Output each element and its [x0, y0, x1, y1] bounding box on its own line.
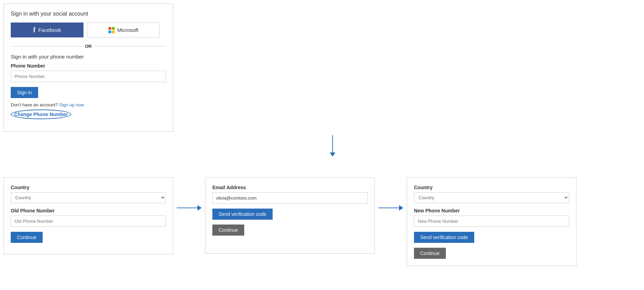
- phone-number-label: Phone Number: [11, 63, 166, 69]
- continue-button-2[interactable]: Continue: [212, 225, 244, 236]
- change-phone-card: Country Country Old Phone Number Continu…: [3, 177, 173, 254]
- facebook-label: Facebook: [38, 27, 61, 33]
- divider-line-right: [95, 46, 166, 46]
- email-label: Email Address: [212, 185, 368, 190]
- country-label-2: Country: [414, 185, 569, 190]
- arrow-line-h-2: [378, 208, 399, 208]
- change-phone-link[interactable]: Change Phone Number: [11, 109, 71, 119]
- old-phone-input[interactable]: [11, 216, 166, 227]
- signup-text: Don't have an account? Sign up now: [11, 102, 166, 107]
- facebook-button[interactable]: f Facebook: [11, 23, 83, 37]
- continue-button-1[interactable]: Continue: [11, 232, 43, 243]
- microsoft-button[interactable]: Microsoft: [87, 23, 160, 37]
- email-input[interactable]: [212, 192, 368, 204]
- or-divider: OR: [11, 44, 166, 49]
- old-phone-label: Old Phone Number: [11, 208, 166, 213]
- signin-title: Sign in with your social account: [11, 11, 166, 17]
- arrow-line-vertical: [332, 135, 333, 152]
- bottom-row: Country Country Old Phone Number Continu…: [3, 177, 641, 266]
- phone-number-input[interactable]: [11, 71, 166, 82]
- signin-card: Sign in with your social account f Faceb…: [3, 3, 173, 132]
- phone-section-label: Sign in with your phone number: [11, 54, 166, 60]
- arrow-right-1: [173, 177, 205, 211]
- arrow-head-right-1: [197, 205, 202, 211]
- arrow-head-down: [330, 152, 335, 157]
- divider-line-left: [11, 46, 82, 46]
- send-code-button-2[interactable]: Send verification code: [414, 232, 474, 243]
- continue-button-3[interactable]: Continue: [414, 248, 446, 259]
- sign-in-button[interactable]: Sign in: [11, 87, 38, 98]
- new-phone-card: Country Country New Phone Number Send ve…: [407, 177, 576, 266]
- social-buttons: f Facebook Microsoft: [11, 23, 166, 37]
- country-select-2[interactable]: Country: [414, 192, 569, 203]
- microsoft-label: Microsoft: [117, 27, 139, 33]
- microsoft-icon: [108, 27, 115, 33]
- or-text: OR: [85, 44, 92, 49]
- email-card: Email Address Send verification code Con…: [205, 177, 375, 254]
- no-account-text: Don't have an account?: [11, 102, 58, 107]
- arrow-head-right-2: [399, 205, 403, 211]
- new-phone-input[interactable]: [414, 216, 569, 227]
- arrow-line-h-1: [177, 208, 197, 208]
- new-phone-label: New Phone Number: [414, 208, 569, 213]
- country-label-1: Country: [11, 185, 166, 190]
- sign-up-link[interactable]: Sign up now: [59, 102, 84, 107]
- send-code-button-1[interactable]: Send verification code: [212, 209, 273, 220]
- country-select-1[interactable]: Country: [11, 192, 166, 203]
- arrow-right-2: [375, 177, 407, 211]
- arrow-down: [24, 135, 641, 157]
- facebook-icon: f: [33, 26, 36, 34]
